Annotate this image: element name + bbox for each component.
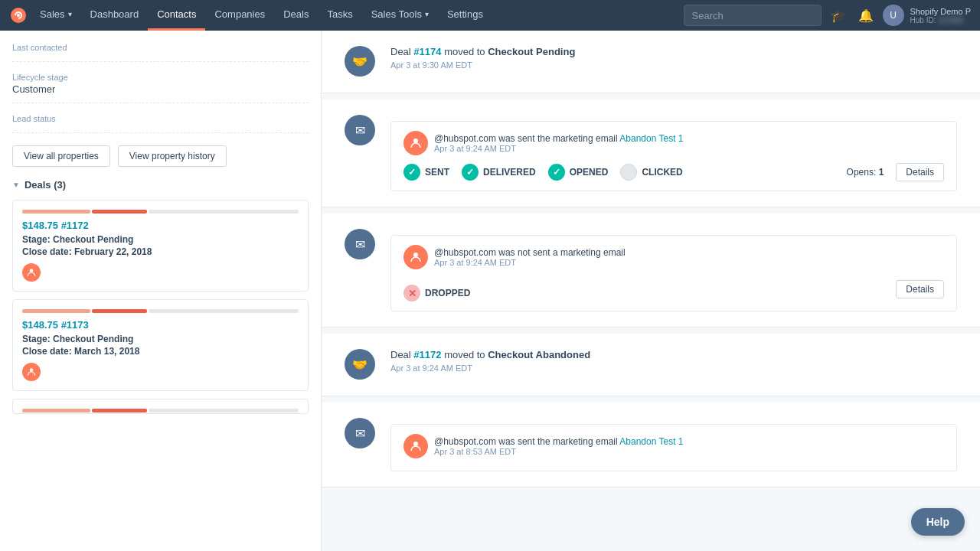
lead-status-label: Lead status [12,114,309,123]
svg-point-5 [413,253,418,257]
deal-1173-avatar [22,363,41,381]
property-lead-status: Lead status [12,114,309,133]
academy-icon[interactable]: 🎓 [828,5,849,26]
opens-info: Opens: 1 [847,167,884,178]
help-button[interactable]: Help [911,508,965,536]
dropped-x-icon: ✕ [403,285,420,302]
timeline-title-1: Deal #1174 moved to Checkout Pending [390,46,957,57]
progress-seg-s3 [149,409,299,412]
deals-chevron-icon: ▼ [12,181,20,189]
deals-header[interactable]: ▼ Deals (3) [12,179,309,191]
email-status-row-2: ✓ SENT ✓ DELIVERED ✓ OPENED [403,163,944,181]
timeline-content-4: Deal #1172 moved to Checkout Abandoned A… [390,349,957,380]
progress-seg-2 [92,309,146,313]
progress-seg-2 [92,210,146,214]
email-icon-3: ✉ [345,229,375,259]
deal-1173-close-date: Close date: March 13, 2018 [22,346,299,357]
status-delivered: ✓ DELIVERED [462,164,536,181]
abandon-test-link-5[interactable]: Abandon Test 1 [619,436,683,447]
sender-avatar-2 [403,131,428,155]
timeline-item-4: 🤝 Deal #1172 moved to Checkout Abandoned… [322,334,980,396]
email-card-2: @hubspot.com was sent the marketing emai… [390,121,957,191]
last-contacted-label: Last contacted [12,43,309,52]
notifications-icon[interactable]: 🔔 [855,5,877,26]
nav-item-deals[interactable]: Deals [274,0,318,31]
abandon-test-link-2[interactable]: Abandon Test 1 [619,133,683,144]
progress-seg-3 [149,309,299,313]
opened-check-icon: ✓ [548,164,565,181]
main-layout: Last contacted Lifecycle stage Customer … [0,31,980,551]
lifecycle-stage-value: Customer [12,83,309,95]
sent-check-icon: ✓ [403,164,420,181]
sent-label: SENT [425,167,449,178]
sender-row-2: @hubspot.com was sent the marketing emai… [403,131,944,155]
deal-1173-link[interactable]: $148.75 #1173 [22,319,299,331]
timeline-date-4: Apr 3 at 9:24 AM EDT [390,364,957,373]
sales-caret-icon: ▾ [68,10,72,18]
property-buttons: View all properties View property histor… [12,145,309,167]
deal-1172-link[interactable]: $148.75 #1172 [22,220,299,231]
search-input[interactable] [684,5,822,26]
sender-info-2: @hubspot.com was sent the marketing emai… [434,133,684,153]
deal-1173-stage: Stage: Checkout Pending [22,334,299,344]
sender-avatar-5 [403,434,428,458]
sender-info-3: @hubspot.com was not sent a marketing em… [434,247,626,267]
email-card-5: @hubspot.com was sent the marketing emai… [390,424,957,471]
deal-stub-progress [22,409,299,412]
deal-1174-link[interactable]: #1174 [413,46,441,57]
view-all-properties-button[interactable]: View all properties [12,145,110,167]
sender-date-5: Apr 3 at 8:53 AM EDT [434,447,684,456]
checkout-pending-label-1: Checkout Pending [488,46,575,57]
clicked-icon [620,164,637,181]
dropped-badge: ✕ DROPPED [403,285,470,302]
timeline-date-1: Apr 3 at 9:30 AM EDT [390,60,957,70]
sender-text-2: @hubspot.com was sent the marketing emai… [434,133,684,144]
details-button-3[interactable]: Details [896,280,944,298]
checkout-abandoned-label: Checkout Abandoned [488,349,590,360]
nav-item-settings[interactable]: Settings [438,0,492,31]
progress-seg-s1 [22,409,90,412]
nav-item-contacts[interactable]: Contacts [148,0,205,31]
nav-item-dashboard[interactable]: Dashboard [81,0,149,31]
sender-info-5: @hubspot.com was sent the marketing emai… [434,436,684,456]
delivered-check-icon: ✓ [462,164,479,181]
property-last-contacted: Last contacted [12,43,309,62]
timeline-content-1: Deal #1174 moved to Checkout Pending Apr… [390,46,957,77]
progress-seg-3 [149,210,299,214]
avatar[interactable]: U [883,5,904,26]
details-button-2[interactable]: Details [896,163,944,181]
svg-point-3 [30,368,34,372]
deal-1172-timeline-link[interactable]: #1172 [413,349,441,360]
timeline-panel: 🤝 Deal #1174 moved to Checkout Pending A… [322,31,980,551]
nav-logo[interactable] [9,6,28,24]
timeline-content-3: @hubspot.com was not sent a marketing em… [390,229,957,311]
company-info: Shopify Demo P Hub ID: 123456 [910,7,971,24]
deal-1173-progress [22,309,299,313]
sender-date-3: Apr 3 at 9:24 AM EDT [434,258,626,267]
timeline-item-3: ✉ @hubspot.com was not sent a marketing … [322,214,980,328]
nav-right-section: 🎓 🔔 U Shopify Demo P Hub ID: 123456 [684,5,971,26]
dropped-row: ✕ DROPPED Details [403,277,944,302]
timeline-item-2: ✉ @hubspot.com was sent the marketing em… [322,99,980,207]
sender-date-2: Apr 3 at 9:24 AM EDT [434,144,684,153]
nav-item-sales[interactable]: Sales▾ [31,0,81,31]
deal-1172-avatar [22,263,41,282]
timeline-content-2: @hubspot.com was sent the marketing emai… [390,115,957,191]
email-card-3: @hubspot.com was not sent a marketing em… [390,235,957,311]
nav-item-sales-tools[interactable]: Sales Tools▾ [362,0,438,31]
deal-card-stub [12,399,309,414]
timeline-item-1: 🤝 Deal #1174 moved to Checkout Pending A… [322,31,980,93]
svg-point-2 [30,269,34,272]
view-property-history-button[interactable]: View property history [118,145,227,167]
top-navigation: Sales▾ Dashboard Contacts Companies Deal… [0,0,980,31]
nav-item-companies[interactable]: Companies [205,0,274,31]
progress-seg-1 [22,309,90,313]
nav-item-tasks[interactable]: Tasks [318,0,361,31]
email-icon-2: ✉ [345,115,375,145]
handshake-icon-4: 🤝 [345,349,375,380]
sender-avatar-3 [403,245,428,269]
deal-1172-progress [22,210,299,214]
svg-point-1 [17,14,20,17]
timeline-title-4: Deal #1172 moved to Checkout Abandoned [390,349,957,360]
sender-row-5: @hubspot.com was sent the marketing emai… [403,434,944,458]
